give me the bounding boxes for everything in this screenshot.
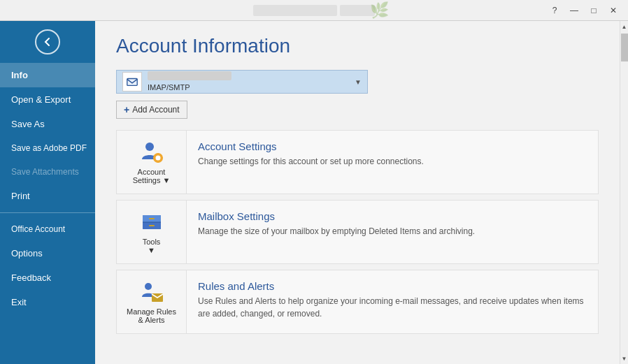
sidebar-item-save-attachments: Save Attachments xyxy=(0,160,95,184)
main-inner: Account Information IMAP/SMTP xyxy=(95,21,620,364)
add-account-button[interactable]: + Add Account xyxy=(116,101,187,119)
svg-point-3 xyxy=(155,156,160,161)
account-type: IMAP/SMTP xyxy=(148,83,190,92)
account-icon xyxy=(122,72,142,92)
main-content: Account Information IMAP/SMTP xyxy=(95,21,620,364)
rules-alerts-icon-label: Manage Rules& Alerts xyxy=(127,307,176,324)
account-settings-card[interactable]: AccountSettings ▼ Account Settings Chang… xyxy=(116,130,599,194)
sidebar: Info Open & Export Save As Save as Adobe… xyxy=(0,21,95,364)
scrollbar[interactable]: ▲ ▼ xyxy=(620,21,628,364)
sidebar-nav: Info Open & Export Save As Save as Adobe… xyxy=(0,63,95,364)
dropdown-arrow-icon: ▼ xyxy=(355,78,362,86)
svg-rect-4 xyxy=(157,153,159,155)
account-settings-icon-label: AccountSettings ▼ xyxy=(133,168,171,184)
mailbox-settings-card[interactable]: Tools▼ Mailbox Settings Manage the size … xyxy=(116,200,599,264)
sidebar-item-save-adobe[interactable]: Save as Adobe PDF xyxy=(0,136,95,160)
account-dropdown[interactable]: IMAP/SMTP ▼ xyxy=(116,70,368,94)
rules-alerts-icon-area: Manage Rules& Alerts xyxy=(117,270,187,333)
mailbox-settings-desc: Manage the size of your mailbox by empty… xyxy=(198,225,587,238)
mailbox-settings-title: Mailbox Settings xyxy=(198,210,587,222)
maximize-button[interactable]: □ xyxy=(585,3,603,17)
account-settings-title: Account Settings xyxy=(198,140,587,152)
sidebar-item-options[interactable]: Options xyxy=(0,241,95,265)
sidebar-item-save-as[interactable]: Save As xyxy=(0,112,95,136)
sidebar-item-open-export[interactable]: Open & Export xyxy=(0,87,95,112)
svg-point-14 xyxy=(145,283,152,290)
rules-alerts-title: Rules and Alerts xyxy=(198,280,587,292)
window-controls: ? — □ ✕ xyxy=(545,3,622,17)
app-body: Info Open & Export Save As Save as Adobe… xyxy=(0,21,628,364)
svg-rect-5 xyxy=(157,161,159,163)
account-selector: IMAP/SMTP ▼ xyxy=(116,70,599,94)
mailbox-settings-icon-area: Tools▼ xyxy=(117,201,187,263)
back-button[interactable] xyxy=(35,29,60,54)
svg-rect-6 xyxy=(153,157,155,159)
sidebar-item-info[interactable]: Info xyxy=(0,63,95,87)
sidebar-item-feedback[interactable]: Feedback xyxy=(0,265,95,290)
account-settings-content: Account Settings Change settings for thi… xyxy=(187,131,598,177)
page-title: Account Information xyxy=(116,35,599,57)
account-settings-desc: Change settings for this account or set … xyxy=(198,155,587,168)
account-email xyxy=(148,71,231,80)
scroll-up-button[interactable]: ▲ xyxy=(620,21,629,32)
mailbox-settings-content: Mailbox Settings Manage the size of your… xyxy=(187,201,598,247)
minimize-button[interactable]: — xyxy=(565,3,583,17)
add-account-label: Add Account xyxy=(132,105,179,115)
scroll-thumb[interactable] xyxy=(621,34,628,61)
rules-alerts-desc: Use Rules and Alerts to help organize yo… xyxy=(198,295,587,320)
scroll-down-button[interactable]: ▼ xyxy=(620,353,629,364)
rules-alerts-card[interactable]: Manage Rules& Alerts Rules and Alerts Us… xyxy=(116,270,599,334)
sidebar-item-print[interactable]: Print xyxy=(0,184,95,208)
sidebar-item-exit[interactable]: Exit xyxy=(0,290,95,314)
account-settings-icon-area: AccountSettings ▼ xyxy=(117,131,187,194)
sidebar-divider xyxy=(0,212,95,213)
title-bar-center xyxy=(253,5,375,16)
sidebar-back xyxy=(0,21,95,63)
mailbox-settings-icon-label: Tools▼ xyxy=(143,238,161,254)
title-search xyxy=(253,5,337,16)
help-button[interactable]: ? xyxy=(545,3,564,17)
add-icon: + xyxy=(124,104,129,115)
rules-alerts-content: Rules and Alerts Use Rules and Alerts to… xyxy=(187,270,598,330)
account-text: IMAP/SMTP xyxy=(148,71,355,92)
svg-rect-13 xyxy=(149,225,155,226)
svg-rect-0 xyxy=(127,79,137,86)
svg-point-1 xyxy=(145,143,154,151)
title-bar: 🌿 ? — □ ✕ xyxy=(0,0,628,21)
sidebar-item-office-account[interactable]: Office Account xyxy=(0,217,95,241)
svg-rect-12 xyxy=(149,218,155,219)
svg-rect-7 xyxy=(161,157,163,159)
close-button[interactable]: ✕ xyxy=(604,3,622,17)
